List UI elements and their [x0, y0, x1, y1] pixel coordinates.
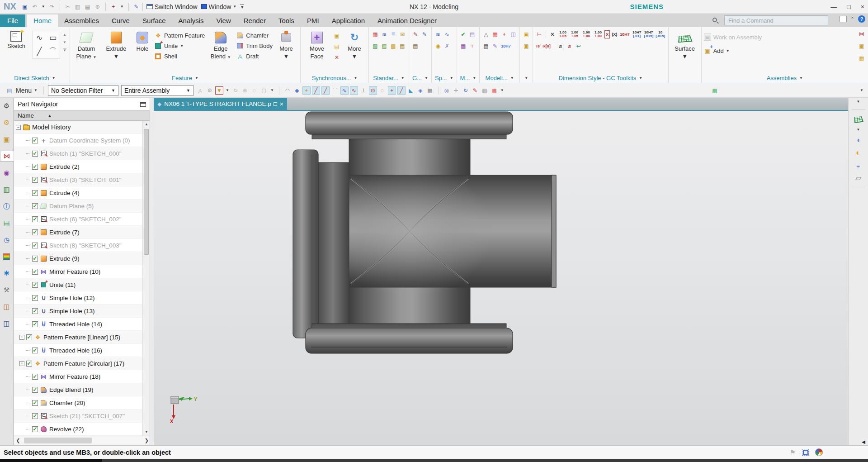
rectangle-icon[interactable]: ▭: [46, 31, 60, 45]
process-studio-icon[interactable]: ✱: [1, 268, 12, 279]
reuse-library-icon[interactable]: ▥: [1, 184, 12, 195]
sketch-button[interactable]: Sketch: [2, 29, 30, 49]
arc-icon[interactable]: ⌒: [46, 45, 60, 58]
coil-stack-icon[interactable]: ≋: [434, 30, 442, 38]
tree-item-simple-hole-12[interactable]: Simple Hole (12): [14, 291, 142, 305]
undo-icon[interactable]: ↶: [31, 3, 39, 11]
dropdown-icon[interactable]: ▼: [226, 88, 229, 92]
shaded-sphere-icon[interactable]: ◠: [283, 86, 292, 95]
snap-curve-icon[interactable]: ∿: [350, 86, 358, 95]
constraint-navigator-icon[interactable]: ⋈: [0, 151, 14, 162]
selection-scope-combo[interactable]: Entire Assembly▼: [121, 85, 193, 96]
tree-item-datum-coordinate-system-0[interactable]: Datum Coordinate System (0): [14, 134, 142, 147]
history-clock-icon[interactable]: ◷: [1, 234, 12, 245]
snap-intersection-icon[interactable]: +: [388, 86, 396, 95]
washer-icon[interactable]: ◉: [434, 42, 442, 50]
tree-item-sketch-8-sketch-003[interactable]: Sketch (8) "SKETCH_003": [14, 239, 142, 252]
group-dropdown-icon[interactable]: ▼: [510, 76, 514, 80]
brush-x-icon[interactable]: ✗: [443, 42, 451, 50]
group-dropdown-icon[interactable]: ▼: [195, 76, 198, 80]
snap-endpoint-icon[interactable]: ╱: [312, 86, 320, 95]
assembly-navigator-icon[interactable]: ▣: [1, 134, 12, 145]
envelope-icon[interactable]: ✉: [398, 30, 406, 38]
reference-dim-icon[interactable]: (X): [611, 30, 618, 38]
pattern-feature-button[interactable]: Pattern Feature: [155, 31, 205, 40]
gallery-scroll-arrows[interactable]: ▲▼▼: [62, 29, 67, 52]
tab-analysis[interactable]: Analysis: [172, 14, 210, 27]
tree-item-mirror-feature-10[interactable]: Mirror Feature (10): [14, 265, 142, 278]
dock-collapse-icon[interactable]: ◀: [862, 439, 865, 444]
studio-surface-icon[interactable]: [854, 115, 863, 123]
fit-frac3-icon[interactable]: 10[.015]: [655, 30, 666, 38]
tree-vertical-scrollbar[interactable]: ▲ ▼: [142, 121, 150, 436]
move-face-button[interactable]: Move Face: [303, 29, 331, 60]
roles-gears-icon[interactable]: ⚙: [1, 117, 12, 128]
tree-horizontal-scrollbar[interactable]: ❮ ❯: [14, 436, 150, 445]
dropdown-icon[interactable]: ▼: [42, 5, 45, 9]
tree-item-unite-11[interactable]: Unite (11): [14, 278, 142, 291]
redo-icon[interactable]: ↷: [48, 3, 56, 11]
validate-check-icon[interactable]: ✔: [459, 30, 467, 38]
paste-icon[interactable]: ▤: [84, 3, 92, 11]
purple-grid-icon[interactable]: ▦: [459, 42, 467, 50]
dock-dropdown-icon[interactable]: ▼: [857, 100, 860, 104]
snap-grid-icon[interactable]: ▦: [426, 86, 434, 95]
visibility-checkbox[interactable]: [32, 374, 38, 380]
tree-item-extrude-7[interactable]: Extrude (7): [14, 226, 142, 239]
expand-icon[interactable]: +: [19, 361, 24, 366]
tree-item-simple-hole-13[interactable]: Simple Hole (13): [14, 305, 142, 318]
dim-brush-icon[interactable]: ✎: [491, 42, 499, 50]
cut-icon[interactable]: ✂: [64, 3, 72, 11]
expand-icon[interactable]: +: [19, 335, 24, 340]
visibility-checkbox[interactable]: [26, 334, 32, 340]
color-palette-icon[interactable]: [1, 251, 12, 262]
wave-link-body-icon[interactable]: ▣: [522, 30, 530, 38]
cleanup-icon[interactable]: ▨: [380, 42, 388, 50]
visibility-checkbox[interactable]: [32, 387, 38, 393]
visibility-checkbox[interactable]: [32, 348, 38, 353]
find-command-input[interactable]: [724, 15, 828, 25]
fit-binocular-icon[interactable]: 10H7: [500, 42, 512, 50]
tree-item-threaded-hole-14[interactable]: Threaded Hole (14): [14, 318, 142, 331]
through-curves-icon[interactable]: ◒: [854, 162, 863, 170]
linked-exterior-icon[interactable]: ▦: [371, 30, 379, 38]
unite-button[interactable]: Unite▼: [155, 41, 205, 50]
trim-body-button[interactable]: Trim Body: [236, 41, 273, 50]
drag-csys-icon[interactable]: ⊗: [241, 86, 249, 95]
group-dropdown-icon[interactable]: ▼: [450, 76, 453, 80]
scene-door-image-icon[interactable]: ◫: [1, 301, 12, 312]
group-dropdown-icon[interactable]: ▼: [524, 76, 528, 80]
feature-more-button[interactable]: More ▼: [274, 29, 298, 60]
tree-item-revolve-22[interactable]: Revolve (22): [14, 423, 142, 436]
web-browser-icon[interactable]: ▤: [1, 218, 12, 229]
tree-item-sketch-1-sketch-000[interactable]: Sketch (1) "SKETCH_000": [14, 147, 142, 160]
visibility-checkbox[interactable]: [32, 203, 38, 209]
csys-axes-icon[interactable]: +: [468, 42, 476, 50]
tab-tools[interactable]: Tools: [272, 14, 301, 27]
snap-ellipse-icon[interactable]: ◌: [378, 86, 387, 95]
group-dropdown-icon[interactable]: ▼: [401, 76, 405, 80]
visibility-checkbox[interactable]: [32, 295, 38, 301]
tree-item-chamfer-20[interactable]: Chamfer (20): [14, 396, 142, 410]
copy-icon[interactable]: ▥: [74, 3, 82, 11]
group-dropdown-icon[interactable]: ▼: [354, 76, 357, 80]
visibility-checkbox[interactable]: [32, 269, 38, 275]
datum-star-icon[interactable]: +: [500, 30, 508, 38]
manufacturing-wizard-icon[interactable]: ⚒: [1, 285, 12, 295]
snap-point-icon[interactable]: +: [302, 86, 311, 95]
tab-view[interactable]: View: [210, 14, 237, 27]
sheets-icon[interactable]: ▥: [481, 86, 489, 95]
delete-face-icon[interactable]: ✕: [333, 53, 341, 62]
toolbar-overflow-button[interactable]: ▼: [240, 4, 244, 10]
exploded-view-icon[interactable]: ◬: [196, 86, 204, 95]
snap-tangent-icon[interactable]: ╱: [397, 86, 406, 95]
hand-list-icon[interactable]: ▤: [411, 42, 420, 50]
line-icon[interactable]: ╱: [33, 45, 46, 58]
object-display-brush-icon[interactable]: ✎: [132, 3, 141, 11]
dashed-circle-icon[interactable]: ◌: [250, 86, 259, 95]
part-cube-icon[interactable]: ▩: [389, 42, 397, 50]
work-plane-grid-icon[interactable]: ▦: [711, 86, 719, 95]
tab-assemblies[interactable]: Assemblies: [58, 14, 105, 27]
tree-column-header[interactable]: Name▲: [14, 110, 150, 121]
tree-item-threaded-hole-16[interactable]: Threaded Hole (16): [14, 344, 142, 357]
